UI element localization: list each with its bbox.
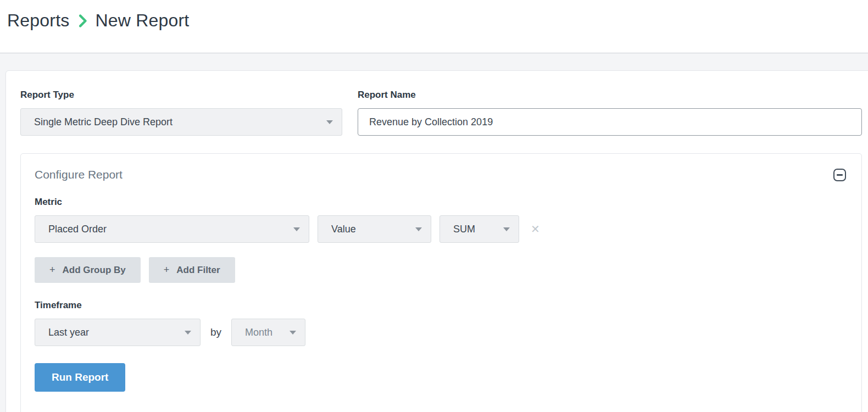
chevron-down-icon bbox=[293, 227, 300, 231]
breadcrumb-reports-link[interactable]: Reports bbox=[7, 8, 69, 32]
timeframe-interval-selected-value: Month bbox=[245, 327, 282, 338]
top-bar: Reports New Report bbox=[0, 0, 868, 53]
metric-selected-value: Placed Order bbox=[48, 224, 286, 235]
minus-icon bbox=[837, 174, 843, 176]
plus-icon: + bbox=[164, 264, 170, 276]
metric-property-select[interactable]: Value bbox=[318, 215, 431, 243]
timeframe-range-selected-value: Last year bbox=[48, 327, 177, 338]
section-title: Configure Report bbox=[35, 168, 123, 182]
report-name-label: Report Name bbox=[358, 90, 862, 101]
add-group-by-label: Add Group By bbox=[63, 265, 126, 276]
report-name-field: Report Name bbox=[358, 90, 862, 136]
remove-metric-icon[interactable]: ✕ bbox=[531, 224, 540, 235]
configure-report-header: Configure Report bbox=[35, 168, 847, 182]
run-report-button[interactable]: Run Report bbox=[35, 363, 125, 392]
chevron-down-icon bbox=[503, 227, 510, 231]
timeframe-row: Last year by Month bbox=[35, 319, 847, 346]
chevron-down-icon bbox=[185, 331, 191, 335]
metric-row: Placed Order Value SUM ✕ bbox=[35, 215, 847, 243]
breadcrumb: Reports New Report bbox=[7, 8, 868, 32]
breadcrumb-current-page: New Report bbox=[95, 8, 189, 32]
breadcrumb-chevron-icon bbox=[79, 14, 87, 28]
timeframe-connector-text: by bbox=[210, 326, 221, 338]
timeframe-interval-select[interactable]: Month bbox=[231, 319, 305, 346]
new-report-card: Report Type Single Metric Deep Dive Repo… bbox=[5, 70, 868, 412]
chevron-down-icon bbox=[326, 120, 333, 124]
report-type-selected-value: Single Metric Deep Dive Report bbox=[34, 116, 319, 128]
add-filter-label: Add Filter bbox=[176, 265, 220, 276]
plus-icon: + bbox=[49, 264, 55, 276]
report-type-label: Report Type bbox=[20, 90, 342, 101]
report-type-select[interactable]: Single Metric Deep Dive Report bbox=[20, 108, 342, 136]
collapse-section-button[interactable] bbox=[833, 169, 846, 181]
report-name-input[interactable] bbox=[358, 108, 862, 136]
metric-aggregation-select[interactable]: SUM bbox=[439, 215, 519, 243]
metric-aggregation-selected-value: SUM bbox=[453, 224, 496, 235]
timeframe-range-select[interactable]: Last year bbox=[35, 319, 201, 346]
timeframe-label: Timeframe bbox=[35, 300, 847, 311]
add-filter-button[interactable]: + Add Filter bbox=[149, 257, 235, 283]
metric-actions-row: + Add Group By + Add Filter bbox=[35, 257, 847, 283]
metric-select[interactable]: Placed Order bbox=[35, 215, 309, 243]
metric-property-selected-value: Value bbox=[331, 224, 408, 235]
chevron-down-icon bbox=[290, 331, 296, 335]
configure-report-section: Configure Report Metric Placed Order Val… bbox=[20, 153, 862, 412]
chevron-down-icon bbox=[415, 227, 422, 231]
add-group-by-button[interactable]: + Add Group By bbox=[35, 257, 141, 283]
metric-label: Metric bbox=[35, 197, 847, 208]
report-type-field: Report Type Single Metric Deep Dive Repo… bbox=[20, 90, 342, 136]
report-meta-row: Report Type Single Metric Deep Dive Repo… bbox=[20, 90, 862, 136]
